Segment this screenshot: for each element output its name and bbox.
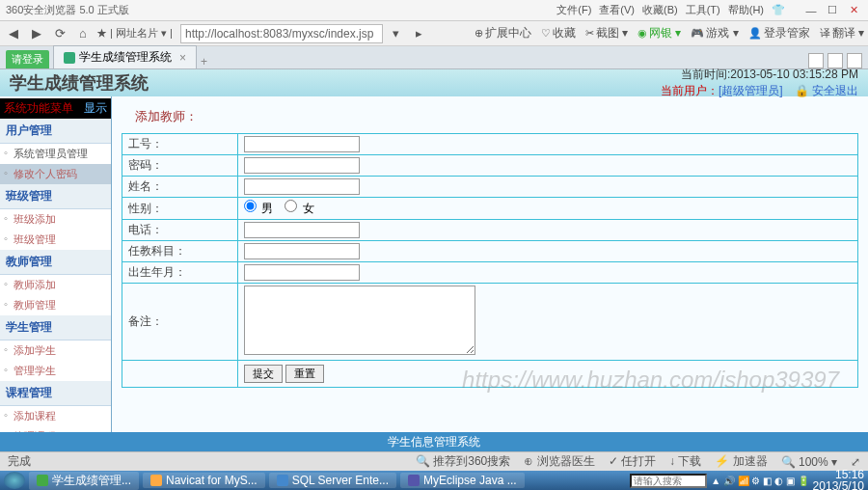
task-navicat[interactable]: Navicat for MyS... — [143, 473, 265, 488]
fav-btn[interactable]: ♡ 收藏 — [541, 25, 576, 41]
app-header: 学生成绩管理系统 当前时间:2013-05-10 03:15:28 PM 当前用… — [0, 69, 868, 96]
sidebar-header: 系统功能菜单显示 — [0, 98, 111, 119]
skin-icon[interactable]: 👕 — [772, 4, 785, 16]
maximize-icon[interactable]: ☐ — [824, 4, 841, 17]
tab-active[interactable]: 学生成绩管理系统 × — [53, 45, 197, 68]
tab-favicon — [64, 52, 75, 64]
input-tel[interactable] — [244, 222, 360, 238]
app-title: 学生成绩管理系统 — [10, 71, 149, 95]
browser-title: 360安全浏览器 5.0 正式版 — [6, 3, 129, 17]
login-box[interactable]: 请登录 — [6, 50, 49, 68]
sidebar-item-4-0[interactable]: 添加课程 — [0, 406, 111, 426]
input-memo[interactable] — [244, 286, 475, 355]
login-mgr-btn[interactable]: 👤 登录管家 — [748, 25, 810, 41]
sidebar-item-1-0[interactable]: 班级添加 — [0, 209, 111, 230]
lbl-memo: 备注： — [122, 284, 238, 361]
sidebar-item-3-1[interactable]: 管理学生 — [0, 361, 111, 381]
browser-status-bar: 完成 🔍 推荐到360搜索 ⊕ 浏览器医生 ✓ 任打开 ↓ 下载 ⚡ 加速器 🔍… — [0, 451, 868, 471]
lbl-id: 工号： — [122, 134, 238, 155]
address-bar[interactable]: http://localhost:8083/myxsc/index.jsp — [180, 24, 383, 43]
minimize-icon[interactable]: — — [802, 4, 820, 17]
sidebar-item-1-1[interactable]: 班级管理 — [0, 230, 111, 250]
menu-help[interactable]: 帮助(H) — [728, 3, 764, 17]
forward-icon[interactable]: ▶ — [27, 24, 46, 43]
browser-title-bar: 360安全浏览器 5.0 正式版 文件(F) 查看(V) 收藏(B) 工具(T)… — [0, 0, 868, 21]
lbl-dob: 出生年月： — [122, 262, 238, 284]
lbl-pwd: 密码： — [122, 155, 238, 177]
input-name[interactable] — [244, 178, 360, 195]
input-subject[interactable] — [244, 243, 360, 259]
main-panel: 添加教师： 工号： 密码： 姓名： 性别： 男 女 电话： 任教科目： 出生年月… — [112, 69, 868, 455]
search-toggle-icon[interactable]: ▸ — [410, 24, 429, 43]
teacher-form: 工号： 密码： 姓名： 性别： 男 女 电话： 任教科目： 出生年月： 备注： … — [122, 133, 858, 388]
status-done: 完成 — [8, 453, 31, 470]
browser-toolbar: ◀ ▶ ⟳ ⌂ ★ | 网址名片 ▾ | http://localhost:80… — [0, 21, 868, 46]
sidebar-item-0-0[interactable]: 系统管理员管理 — [0, 144, 111, 164]
sidebar: 系统功能菜单显示 用户管理系统管理员管理修改个人密码班级管理班级添加班级管理教师… — [0, 69, 112, 455]
task-browser[interactable]: 学生成绩管理... — [29, 472, 139, 490]
app-footer: 学生信息管理系统 — [0, 432, 868, 451]
system-tray[interactable]: ▲ 🔊 📶 ⚙ ◧ ◐ ▣ 🔋 — [711, 476, 808, 486]
status-expand-icon[interactable]: ⤢ — [851, 455, 860, 469]
user-link[interactable]: [超级管理员] — [719, 84, 783, 97]
sidebar-group-1[interactable]: 班级管理 — [0, 184, 111, 209]
input-dob[interactable] — [244, 264, 360, 281]
translate-btn[interactable]: 译 翻译 ▾ — [820, 25, 864, 41]
game-btn[interactable]: 🎮 游戏 ▾ — [691, 25, 738, 41]
radio-male[interactable]: 男 — [244, 200, 273, 217]
status-rec[interactable]: 🔍 推荐到360搜索 — [416, 453, 510, 470]
sidebar-item-0-1[interactable]: 修改个人密码 — [0, 164, 111, 184]
sidebar-group-3[interactable]: 学生管理 — [0, 315, 111, 340]
lbl-tel: 电话： — [122, 220, 238, 241]
sidebar-item-2-0[interactable]: 教师添加 — [0, 275, 111, 295]
taskbar-clock[interactable]: 15:162013/5/10 — [813, 469, 864, 490]
status-zoom[interactable]: 🔍 100% ▾ — [781, 455, 837, 469]
sidebar-group-2[interactable]: 教师管理 — [0, 250, 111, 275]
task-sqlserver[interactable]: SQL Server Ente... — [269, 473, 396, 488]
ext-center[interactable]: ⊕ 扩展中心 — [475, 25, 531, 41]
menu-file[interactable]: 文件(F) — [556, 3, 591, 17]
tab-title: 学生成绩管理系统 — [79, 49, 172, 66]
menu-fav[interactable]: 收藏(B) — [642, 3, 678, 17]
input-pwd[interactable] — [244, 157, 360, 174]
sidebar-item-2-1[interactable]: 教师管理 — [0, 295, 111, 315]
menu-view[interactable]: 查看(V) — [599, 3, 635, 17]
new-tab-icon[interactable]: + — [201, 55, 207, 68]
screenshot-btn[interactable]: ✂ 截图 ▾ — [585, 25, 628, 41]
lbl-name: 姓名： — [122, 177, 238, 198]
submit-button[interactable]: 提交 — [244, 365, 283, 383]
radio-female[interactable]: 女 — [285, 200, 313, 217]
status-download[interactable]: ↓ 下载 — [669, 453, 701, 470]
lbl-sex: 性别： — [122, 198, 238, 220]
tab-close-icon[interactable]: × — [179, 51, 186, 65]
page-content: 学生成绩管理系统 当前时间:2013-05-10 03:15:28 PM 当前用… — [0, 69, 868, 455]
menu-tools[interactable]: 工具(T) — [686, 3, 720, 17]
status-open[interactable]: ✓ 任打开 — [609, 453, 656, 470]
back-icon[interactable]: ◀ — [4, 24, 23, 43]
lock-icon: 🔒 — [795, 84, 809, 97]
status-doctor[interactable]: ⊕ 浏览器医生 — [524, 453, 594, 470]
reset-button[interactable]: 重置 — [285, 365, 324, 383]
windows-taskbar: 学生成绩管理... Navicat for MyS... SQL Server … — [0, 471, 868, 490]
bank-btn[interactable]: ◉ 网银 ▾ — [637, 25, 681, 41]
start-button[interactable] — [4, 472, 25, 489]
addr-prefix: ★ | 网址名片 ▾ | — [96, 26, 173, 41]
status-accel[interactable]: ⚡ 加速器 — [715, 453, 767, 470]
taskbar-search[interactable] — [630, 474, 707, 488]
reload-icon[interactable]: ⟳ — [50, 24, 69, 43]
input-id[interactable] — [244, 136, 360, 152]
sidebar-group-0[interactable]: 用户管理 — [0, 119, 111, 144]
close-icon[interactable]: ✕ — [845, 4, 862, 17]
logout-link[interactable]: 安全退出 — [812, 84, 858, 97]
go-icon[interactable]: ▾ — [387, 24, 406, 43]
sidebar-item-3-0[interactable]: 添加学生 — [0, 340, 111, 361]
sidebar-group-4[interactable]: 课程管理 — [0, 381, 111, 406]
lbl-subject: 任教科目： — [122, 241, 238, 262]
task-myeclipse[interactable]: MyEclipse Java ... — [400, 473, 525, 488]
form-title: 添加教师： — [135, 108, 858, 125]
home-icon[interactable]: ⌂ — [73, 24, 93, 43]
